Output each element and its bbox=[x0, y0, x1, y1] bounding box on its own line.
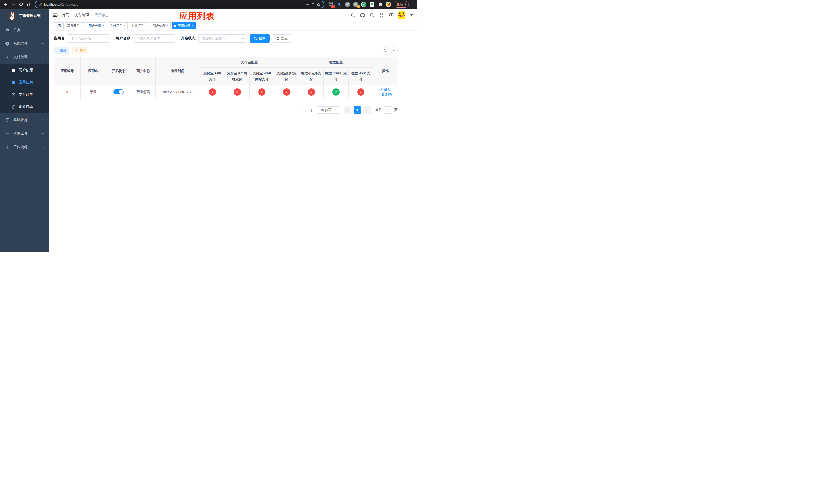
bookmark-star-icon[interactable] bbox=[317, 3, 321, 6]
profile-avatar-icon[interactable] bbox=[386, 2, 391, 7]
user-avatar[interactable] bbox=[398, 11, 405, 19]
close-icon[interactable]: × bbox=[167, 24, 168, 27]
sidebar: 芋道管理系统 首页 系统管理 ¥ 支付管理 bbox=[0, 9, 49, 252]
sidebar-item-label: 研发工具 bbox=[13, 131, 28, 136]
extension-y-icon[interactable]: y bbox=[361, 2, 367, 7]
delete-link[interactable]: 删除 bbox=[381, 92, 392, 97]
header-search-icon[interactable] bbox=[351, 13, 355, 18]
shop-icon bbox=[11, 68, 16, 72]
browser-forward-button[interactable] bbox=[10, 1, 17, 8]
address-bar[interactable]: localhost:1024/pay/app bbox=[35, 1, 324, 8]
sidebar-item-dev-tools[interactable]: 研发工具 bbox=[0, 127, 49, 140]
pay-order-icon: ¥ bbox=[11, 93, 16, 97]
tab-refund-order[interactable]: 退款订单× bbox=[129, 22, 149, 29]
sidebar-item-workflow[interactable]: 工作流程 bbox=[0, 140, 49, 154]
tab-pay-order[interactable]: 支付订单× bbox=[108, 22, 128, 29]
goto-page-input[interactable]: 1 bbox=[384, 107, 392, 114]
svg-text:¥: ¥ bbox=[13, 94, 14, 96]
prev-page-button[interactable]: ‹ bbox=[344, 107, 351, 114]
reset-button[interactable]: 重置 bbox=[272, 35, 292, 43]
breadcrumb-payment[interactable]: 支付管理 bbox=[74, 13, 89, 18]
toggle-search-button[interactable] bbox=[381, 47, 388, 54]
table-row: 6 芋道 芋道源码 2021-10-23 08:49:25 × × × × × … bbox=[54, 85, 398, 99]
app-logo[interactable]: 芋道管理系统 bbox=[0, 9, 49, 23]
tab-user-group[interactable]: 用户分组× bbox=[86, 22, 106, 29]
page-1-button[interactable]: 1 bbox=[354, 107, 361, 114]
font-size-icon[interactable]: TT bbox=[389, 13, 393, 18]
share-icon[interactable] bbox=[311, 3, 315, 6]
browser-reload-button[interactable] bbox=[18, 1, 25, 8]
fullscreen-icon[interactable] bbox=[379, 13, 384, 18]
tab-merchant-info[interactable]: 商户信息× bbox=[151, 22, 171, 29]
add-button[interactable]: + 新增 bbox=[54, 47, 69, 54]
browser-update-menu[interactable]: 更新 bbox=[394, 1, 409, 8]
reload-icon bbox=[19, 2, 23, 6]
edit-link[interactable]: 修改 bbox=[380, 87, 391, 92]
sidebar-item-system[interactable]: 系统管理 bbox=[0, 37, 49, 50]
sidebar-item-home[interactable]: 首页 bbox=[0, 23, 49, 37]
column-header: 微信 APP 支付 bbox=[349, 68, 373, 85]
close-icon[interactable]: × bbox=[81, 24, 83, 27]
extension-chat-icon[interactable] bbox=[369, 2, 375, 7]
close-icon[interactable]: × bbox=[102, 24, 104, 27]
app-name-input[interactable]: 请输入应用名 bbox=[68, 35, 110, 43]
chevron-down-icon bbox=[42, 132, 45, 135]
column-header: 支付宝 PC 网站支付 bbox=[225, 68, 249, 85]
search-form: 应用名 请输入应用名 商户名称 请输入商户名称 开启状态 请选择开启状态 搜索 … bbox=[54, 35, 397, 43]
trash-icon bbox=[381, 93, 385, 96]
app-table: 应用编号 应用名 开启状态 商户名称 创建时间 支付宝配置 微信配置 操作 支付… bbox=[54, 56, 398, 99]
export-button[interactable]: 导出 bbox=[72, 47, 88, 54]
extension-command-icon[interactable]: ⌘ bbox=[345, 2, 350, 7]
close-icon[interactable]: × bbox=[145, 24, 147, 27]
help-icon[interactable]: ? bbox=[370, 13, 374, 18]
download-icon bbox=[75, 49, 78, 52]
cell-app-id: 6 bbox=[54, 85, 81, 99]
refresh-table-button[interactable] bbox=[391, 47, 397, 54]
extension-grid-icon[interactable]: 10 bbox=[328, 2, 334, 7]
refresh-icon bbox=[276, 37, 280, 40]
chevron-up-icon bbox=[42, 55, 45, 59]
sidebar-item-refund-order[interactable]: 退款订单 bbox=[0, 101, 49, 113]
page-annotation: 应用列表 bbox=[179, 10, 215, 22]
monitor-icon bbox=[5, 118, 10, 122]
status-select[interactable]: 请选择开启状态 bbox=[198, 35, 247, 43]
sidebar-item-merchant-info[interactable]: 商户信息 bbox=[0, 64, 49, 76]
pagination-total: 共 1 条 bbox=[303, 108, 313, 112]
password-key-icon[interactable] bbox=[305, 2, 309, 6]
pikachu-avatar-image bbox=[398, 11, 405, 19]
avatar-dropdown-caret-icon[interactable] bbox=[410, 14, 413, 16]
next-page-button[interactable]: › bbox=[364, 107, 371, 114]
update-label: 更新 bbox=[396, 2, 403, 7]
close-icon[interactable]: × bbox=[124, 24, 126, 27]
sidebar-item-payment[interactable]: ¥ 支付管理 bbox=[0, 50, 49, 64]
column-header: 应用编号 bbox=[54, 57, 81, 85]
extension-recorder-icon[interactable]: 1 bbox=[353, 2, 358, 7]
extension-gem-icon[interactable] bbox=[336, 2, 342, 7]
sidebar-collapse-icon[interactable] bbox=[53, 13, 58, 18]
refund-doc-icon bbox=[11, 105, 16, 109]
page-size-select[interactable]: 10条/页 bbox=[317, 107, 340, 114]
breadcrumb-home[interactable]: 首页 bbox=[62, 13, 69, 18]
github-icon[interactable] bbox=[360, 13, 365, 18]
tab-home[interactable]: 首页 bbox=[53, 22, 64, 29]
close-icon[interactable]: × bbox=[192, 24, 193, 27]
browser-back-button[interactable] bbox=[2, 1, 9, 8]
tab-process-form[interactable]: 流程表单× bbox=[65, 22, 85, 29]
column-header: 操作 bbox=[373, 57, 398, 85]
sidebar-item-pay-order[interactable]: ¥ 支付订单 bbox=[0, 88, 49, 101]
chevron-down-icon bbox=[334, 109, 336, 111]
sidebar-item-label: 基础设施 bbox=[13, 118, 28, 122]
browser-home-button[interactable] bbox=[25, 1, 32, 8]
search-button[interactable]: 搜索 bbox=[250, 35, 269, 43]
page-content: 应用名 请输入应用名 商户名称 请输入商户名称 开启状态 请选择开启状态 搜索 … bbox=[49, 30, 397, 114]
refresh-icon bbox=[393, 49, 396, 52]
sidebar-item-app-info[interactable]: 应用信息 bbox=[0, 76, 49, 88]
tab-app-info[interactable]: 应用信息× bbox=[172, 22, 195, 29]
merchant-name-input[interactable]: 请输入商户名称 bbox=[133, 35, 175, 43]
enabled-toggle[interactable] bbox=[113, 89, 124, 94]
site-info-icon[interactable] bbox=[39, 3, 42, 6]
toolbox-icon bbox=[5, 132, 10, 135]
extensions-puzzle-icon[interactable] bbox=[377, 2, 383, 7]
sidebar-item-infrastructure[interactable]: 基础设施 bbox=[0, 113, 49, 127]
extensions-area: 10 ⌘ 1 y 更新 bbox=[327, 1, 410, 8]
